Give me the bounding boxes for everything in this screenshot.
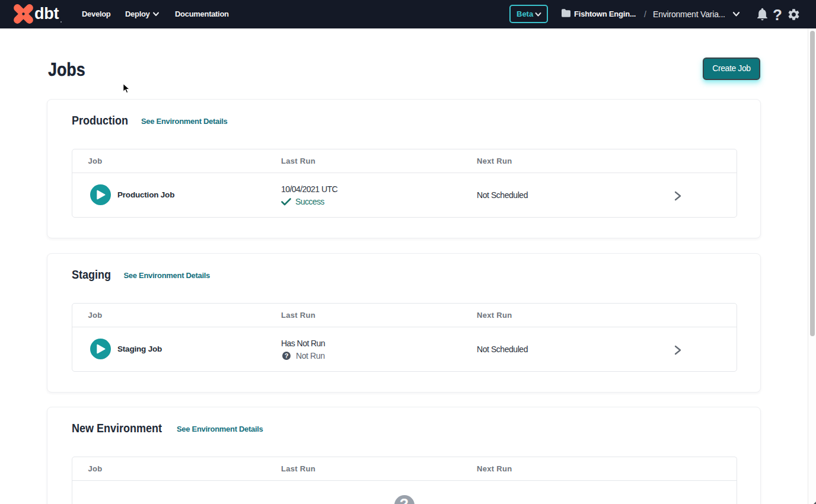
svg-text:?: ?: [285, 352, 289, 359]
